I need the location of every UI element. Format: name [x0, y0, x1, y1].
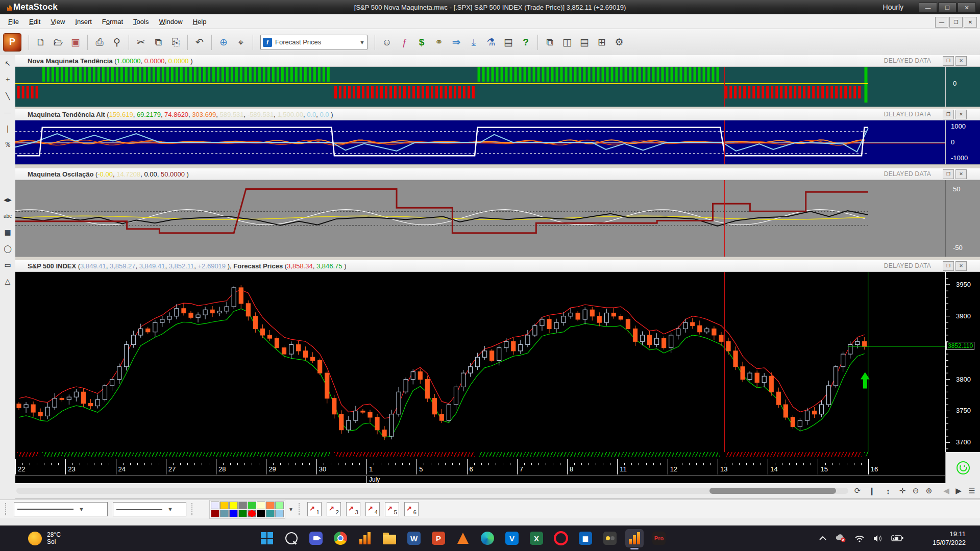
rectangle-tool-icon[interactable]: ▭ [1, 258, 14, 271]
horizontal-line-tool-icon[interactable]: — [1, 106, 14, 119]
expert-advisor-icon[interactable]: $ [414, 35, 429, 50]
menu-format[interactable]: Format [97, 16, 128, 28]
panel2-close-button[interactable]: ✕ [955, 110, 967, 119]
maximize-button[interactable]: ☐ [938, 3, 957, 13]
microscope-icon[interactable]: ⚗ [483, 35, 499, 50]
zoom-out-button[interactable]: ⊖ [910, 485, 922, 497]
menu-insert[interactable]: Insert [70, 16, 97, 28]
search-button[interactable] [282, 529, 301, 547]
zoom-options-icon[interactable]: ⌖ [233, 35, 249, 50]
palette-dropdown-icon[interactable]: ▼ [288, 507, 293, 512]
panel2-chart[interactable] [15, 120, 945, 164]
color-swatch[interactable] [275, 510, 284, 517]
color-swatch[interactable] [229, 510, 238, 517]
word-icon[interactable]: W [405, 529, 423, 547]
color-swatch[interactable] [220, 502, 229, 509]
horizontal-scrollbar[interactable] [16, 488, 848, 494]
toolbar-grip[interactable] [191, 503, 195, 515]
trendline-tool-icon[interactable]: ╲ [1, 89, 14, 103]
forecast-prices-combobox[interactable]: f Forecast Prices ▼ [260, 35, 368, 50]
chart-style-button-4[interactable]: ↗4 [365, 502, 380, 516]
wifi-icon[interactable] [854, 535, 865, 542]
color-swatch[interactable] [275, 502, 284, 509]
fibonacci-tool-icon[interactable]: ％ [1, 138, 14, 152]
color-swatch[interactable] [257, 502, 265, 509]
page-right-button[interactable]: ▶ [952, 485, 965, 497]
metastock-taskbar-icon[interactable] [625, 529, 644, 547]
panel4-chart[interactable] [15, 272, 945, 452]
minimize-button[interactable]: — [919, 3, 937, 13]
edge-icon[interactable] [478, 529, 497, 547]
scrollbar-thumb[interactable] [709, 488, 836, 494]
panel1-chart[interactable] [15, 67, 945, 107]
opera-icon[interactable] [552, 529, 570, 547]
data-window-button[interactable]: ☰ [966, 485, 978, 497]
zoom-in-button[interactable]: ⊕ [923, 485, 935, 497]
panel1-close-button[interactable]: ✕ [955, 56, 967, 66]
color-swatch[interactable] [266, 502, 275, 509]
menu-window[interactable]: Window [154, 16, 187, 28]
tray-chevron-icon[interactable] [819, 536, 827, 541]
pan-button[interactable]: ✛ [896, 485, 909, 497]
panel2-restore-button[interactable]: ❐ [943, 110, 954, 119]
panel3-close-button[interactable]: ✕ [955, 169, 967, 179]
battery-icon[interactable] [891, 535, 903, 542]
color-swatch[interactable] [257, 510, 265, 517]
context-help-icon[interactable]: ? [518, 35, 533, 50]
scan-icon[interactable]: ⚭ [431, 35, 447, 50]
paste-icon[interactable]: ⎘ [168, 35, 183, 50]
panel4-close-button[interactable]: ✕ [955, 261, 967, 271]
video-app-icon[interactable] [307, 529, 325, 547]
ellipse-tool-icon[interactable]: ◯ [1, 242, 14, 255]
menu-tools[interactable]: Tools [128, 16, 154, 28]
explorer-icon[interactable]: ☺ [379, 35, 395, 50]
color-swatch[interactable] [266, 510, 275, 517]
bar-spacing-button[interactable]: ❙ [866, 485, 878, 497]
refresh-button[interactable]: ⟳ [851, 485, 864, 497]
tile-windows-icon[interactable]: ◫ [559, 35, 575, 50]
vlc-icon[interactable] [454, 529, 472, 547]
triangle-tool-icon[interactable]: △ [1, 274, 14, 288]
toolbar-grip[interactable] [299, 503, 302, 515]
onedrive-error-icon[interactable] [835, 534, 846, 542]
chart-style-button-5[interactable]: ↗5 [385, 502, 399, 516]
crosshair-tool-icon[interactable]: ＋ [1, 73, 14, 86]
save-icon[interactable]: ▣ [68, 35, 83, 50]
volume-icon[interactable] [873, 535, 883, 542]
panel1-restore-button[interactable]: ❐ [943, 56, 954, 66]
chrome-icon[interactable] [331, 529, 350, 547]
color-swatch[interactable] [211, 510, 219, 517]
chart-style-button-2[interactable]: ↗2 [327, 502, 341, 516]
close-button[interactable]: ✕ [958, 3, 976, 13]
crosshair-icon[interactable]: ⊕ [216, 35, 231, 50]
pro-app-icon[interactable]: Pro [650, 529, 668, 547]
calculator-icon[interactable]: ▦ [576, 529, 595, 547]
menu-edit[interactable]: Edit [24, 16, 45, 28]
menu-file[interactable]: File [3, 16, 24, 28]
undo-icon[interactable]: ↶ [192, 35, 207, 50]
powerpoint-icon[interactable]: P [429, 529, 448, 547]
download-icon[interactable]: ⤓ [466, 35, 481, 50]
color-swatch[interactable] [220, 510, 229, 517]
indicator-builder-icon[interactable]: ƒ [397, 35, 412, 50]
color-swatch[interactable] [238, 510, 247, 517]
chart-style-button-3[interactable]: ↗3 [346, 502, 360, 516]
color-swatch[interactable] [238, 502, 247, 509]
zoom-icon[interactable]: ⚲ [109, 35, 125, 50]
options-gear-icon[interactable]: ⚙ [611, 35, 627, 50]
chart-app-icon[interactable] [356, 529, 374, 547]
taskbar-clock[interactable]: 19:11 15/07/2022 [933, 530, 966, 547]
new-icon[interactable]: 🗋 [33, 35, 48, 50]
child-minimize-button[interactable]: — [935, 17, 948, 28]
print-icon[interactable]: ⎙ [92, 35, 107, 50]
child-restore-button[interactable]: ❐ [949, 17, 963, 28]
cascade-windows-icon[interactable]: ⧉ [542, 35, 557, 50]
line-style-combobox[interactable]: ▼ [14, 502, 108, 516]
pointer-tool-icon[interactable]: ↖ [1, 57, 14, 70]
vscode-icon[interactable]: V [503, 529, 521, 547]
tile-grid-icon[interactable]: ⊞ [594, 35, 609, 50]
menu-view[interactable]: View [45, 16, 70, 28]
toolbar-grip[interactable] [5, 503, 9, 515]
file-explorer-icon[interactable] [380, 529, 399, 547]
child-close-button[interactable]: ✕ [964, 17, 977, 28]
